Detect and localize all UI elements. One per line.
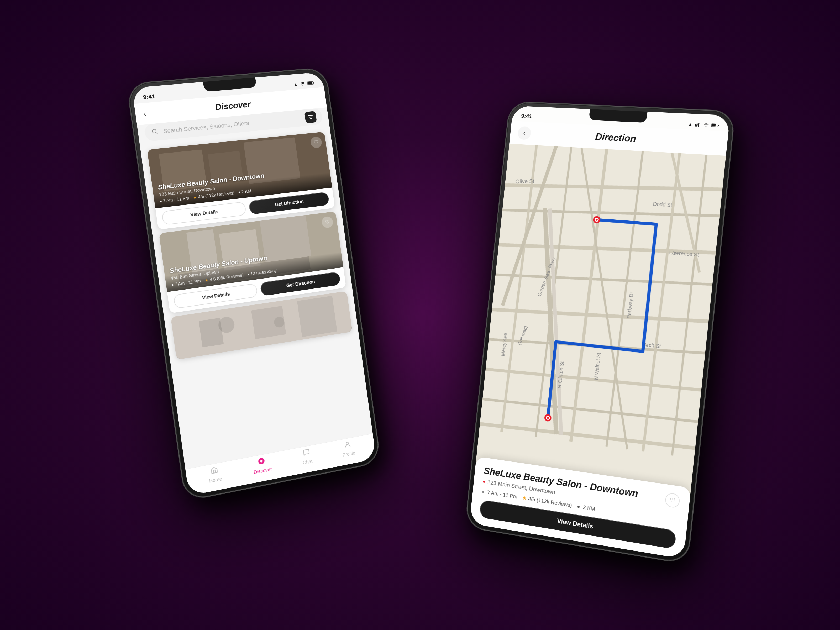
phone-right-frame: Olive St Dodd St Lawrence St Arch St N C… xyxy=(465,101,735,564)
direction-title: Direction xyxy=(595,131,637,144)
status-time-right: 9:41 xyxy=(521,113,532,120)
wifi-icon-left xyxy=(300,81,306,87)
nav-home-label: Home xyxy=(209,476,223,484)
nav-profile-label: Profile xyxy=(342,450,356,458)
phone-right: Olive St Dodd St Lawrence St Arch St N C… xyxy=(465,101,735,564)
signal-icon-left: ▲ xyxy=(293,82,298,88)
star-icon-1: ★ xyxy=(193,195,197,200)
phone-right-screen: Olive St Dodd St Lawrence St Arch St N C… xyxy=(469,106,730,559)
battery-icon-right xyxy=(711,123,720,129)
cards-container-left: ♡ SheLuxe Beauty Salon - Downtown 123 Ma… xyxy=(140,128,373,469)
nav-chat[interactable]: Chat xyxy=(301,448,313,466)
profile-icon xyxy=(344,440,352,450)
dist-dot-1 xyxy=(238,191,240,193)
card-distance-1: 2 KM xyxy=(238,189,251,195)
signal-icon-right xyxy=(695,122,701,128)
svg-rect-22 xyxy=(251,306,286,339)
star-icon-2: ★ xyxy=(205,278,209,283)
phone-left: 9:41 ▲ xyxy=(127,68,381,501)
svg-rect-65 xyxy=(695,124,696,126)
svg-text:Olive St: Olive St xyxy=(515,178,534,184)
svg-rect-23 xyxy=(297,296,337,337)
svg-rect-67 xyxy=(698,123,699,126)
svg-rect-66 xyxy=(696,124,698,126)
svg-rect-21 xyxy=(199,318,224,347)
svg-rect-4 xyxy=(308,115,313,116)
nav-profile[interactable]: Profile xyxy=(341,440,356,458)
svg-rect-1 xyxy=(308,82,313,84)
svg-rect-6 xyxy=(310,118,312,119)
location-icon-right: ▲ xyxy=(687,122,693,128)
dir-hours: ● 7 Am - 11 Pm xyxy=(482,488,518,500)
svg-point-2 xyxy=(152,129,156,133)
svg-point-26 xyxy=(346,442,349,445)
svg-rect-69 xyxy=(712,124,716,126)
phone-left-screen: 9:41 ▲ xyxy=(132,72,376,496)
discover-icon xyxy=(257,456,266,467)
nav-discover-label: Discover xyxy=(253,466,272,475)
hours-dot-1 xyxy=(160,201,162,202)
nav-discover[interactable]: Discover xyxy=(252,456,272,475)
nav-home[interactable]: Home xyxy=(207,465,223,484)
app-title-left: Discover xyxy=(215,99,251,112)
star-icon-dir: ★ xyxy=(522,495,527,501)
filter-button-left[interactable] xyxy=(304,111,317,123)
svg-rect-5 xyxy=(309,117,313,118)
dir-distance: ● 2 KM xyxy=(577,503,595,512)
dist-dot-2 xyxy=(248,273,249,275)
nav-chat-label: Chat xyxy=(302,458,313,466)
location-dot-icon: ● xyxy=(483,479,486,485)
chat-icon xyxy=(302,448,311,459)
search-icon-left xyxy=(151,128,160,136)
svg-line-3 xyxy=(156,132,158,134)
battery-icon-left xyxy=(307,81,315,87)
hours-dot-2 xyxy=(172,284,174,286)
home-icon xyxy=(210,466,219,477)
status-time-left: 9:41 xyxy=(142,93,155,101)
dist-dot-dir: ● xyxy=(577,503,580,510)
back-button-left[interactable]: ‹ xyxy=(143,109,147,118)
direction-back-button[interactable]: ‹ xyxy=(517,126,532,140)
phone-left-frame: 9:41 ▲ xyxy=(127,68,381,501)
phones-container: 9:41 ▲ xyxy=(105,52,735,578)
status-icons-right: ▲ xyxy=(687,122,719,129)
clock-dot: ● xyxy=(482,488,485,494)
status-icons-left: ▲ xyxy=(293,81,315,88)
wifi-icon-right xyxy=(703,123,709,128)
